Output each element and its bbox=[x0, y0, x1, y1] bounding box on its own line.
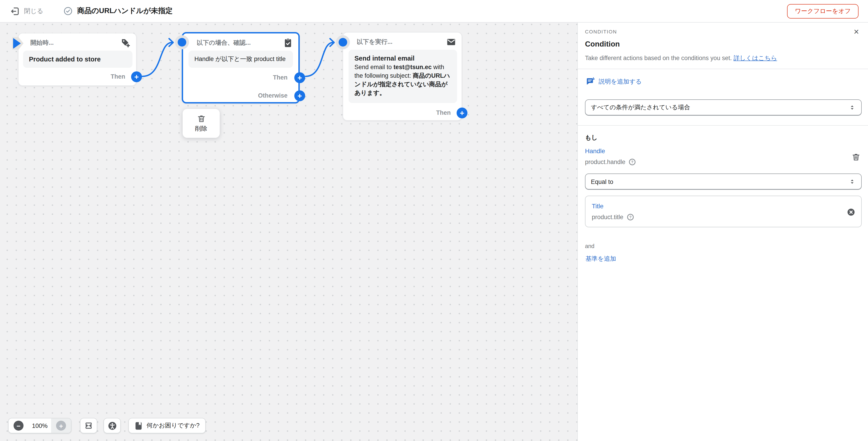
clear-value-icon[interactable] bbox=[847, 208, 855, 216]
close-label: 閉じる bbox=[24, 7, 43, 15]
value-field-path-row: product.title ? bbox=[592, 213, 634, 221]
condition-field-path: product.handle bbox=[585, 159, 625, 165]
select-caret-icon bbox=[848, 104, 856, 111]
exit-icon bbox=[10, 6, 20, 16]
add-description-link[interactable]: 説明を追加する bbox=[585, 77, 642, 86]
action-then-add-button[interactable]: + bbox=[457, 107, 467, 118]
zoom-control: − 100% + bbox=[8, 418, 71, 433]
add-criteria-link[interactable]: 基準を追加 bbox=[585, 255, 616, 263]
workflow-canvas[interactable]: 開始時... Product added to store Then + 以下の… bbox=[0, 23, 577, 441]
delete-menu-label: 削除 bbox=[195, 124, 207, 133]
zoom-in-button[interactable]: + bbox=[51, 418, 71, 433]
title-group: 商品のURLハンドルが未指定 bbox=[63, 6, 173, 16]
trigger-event-label: Product added to store bbox=[29, 56, 101, 63]
accessibility-icon bbox=[107, 421, 117, 430]
question-circle-icon[interactable]: ? bbox=[629, 158, 636, 166]
condition-otherwise-add-button[interactable]: + bbox=[294, 90, 305, 101]
trigger-then-label: Then bbox=[111, 73, 125, 80]
workflow-toggle-button[interactable]: ワークフローをオフ bbox=[787, 4, 859, 19]
accessibility-button[interactable] bbox=[103, 418, 121, 433]
help-button-label: 何かお困りですか? bbox=[147, 421, 199, 430]
value-field-path: product.title bbox=[592, 214, 623, 220]
tag-plus-icon bbox=[121, 38, 131, 48]
mail-icon bbox=[446, 37, 456, 47]
match-conditions-value: すべての条件が満たされている場合 bbox=[591, 103, 690, 112]
top-bar: 閉じる 商品のURLハンドルが未指定 ワークフローをオフ bbox=[0, 0, 868, 23]
action-description: Send email to test@tsun.ec with the foll… bbox=[354, 63, 451, 97]
action-body-box[interactable]: Send internal email Send email to test@t… bbox=[348, 50, 457, 103]
condition-then-add-button[interactable]: + bbox=[294, 72, 305, 83]
condition-body-box[interactable]: Handle が以下と一致 product title bbox=[188, 51, 293, 68]
fit-to-screen-button[interactable] bbox=[80, 418, 97, 433]
trigger-card-header: 開始時... bbox=[30, 39, 54, 47]
trigger-body-box[interactable]: Product added to store bbox=[23, 51, 132, 68]
zoom-level: 100% bbox=[29, 418, 51, 433]
clipboard-check-icon bbox=[283, 38, 293, 48]
action-then-label: Then bbox=[436, 109, 451, 116]
panel-close-button[interactable]: × bbox=[852, 25, 861, 38]
panel-title: Condition bbox=[585, 40, 620, 49]
value-field-link[interactable]: Title bbox=[592, 202, 603, 210]
help-guide-icon bbox=[135, 421, 143, 430]
panel-description: Take different actions based on the cond… bbox=[585, 54, 777, 62]
operator-value: Equal to bbox=[591, 178, 613, 185]
remove-condition-trash-icon[interactable] bbox=[852, 153, 860, 161]
trigger-card[interactable]: 開始時... Product added to store Then + bbox=[18, 33, 136, 86]
match-conditions-select[interactable]: すべての条件が満たされている場合 bbox=[585, 99, 862, 116]
condition-card[interactable]: 以下の場合、確認... Handle が以下と一致 product title … bbox=[182, 32, 300, 103]
check-circle-icon bbox=[63, 6, 72, 16]
condition-card-header: 以下の場合、確認... bbox=[197, 39, 251, 47]
svg-text:?: ? bbox=[629, 215, 631, 219]
panel-eyebrow: CONDITION bbox=[585, 29, 617, 34]
question-circle-icon[interactable]: ? bbox=[627, 213, 634, 221]
action-card[interactable]: 以下を実行... Send internal email Send email … bbox=[343, 32, 462, 121]
trigger-then-add-button[interactable]: + bbox=[131, 71, 142, 82]
zoom-out-button[interactable]: − bbox=[8, 418, 29, 433]
learn-more-link[interactable]: 詳しくはこちら bbox=[734, 55, 777, 61]
flow-editor: 閉じる 商品のURLハンドルが未指定 ワークフローをオフ 開始時... Prod… bbox=[0, 0, 868, 441]
page-title: 商品のURLハンドルが未指定 bbox=[77, 6, 173, 16]
and-label: and bbox=[585, 243, 594, 249]
condition-value-box[interactable]: Title product.title ? bbox=[585, 196, 862, 227]
select-caret-icon bbox=[848, 178, 856, 185]
condition-input-dot bbox=[178, 38, 186, 46]
condition-summary: Handle が以下と一致 product title bbox=[194, 55, 285, 63]
help-button[interactable]: 何かお困りですか? bbox=[128, 418, 206, 433]
condition-field-link[interactable]: Handle bbox=[585, 147, 605, 155]
delete-menu[interactable]: 削除 bbox=[183, 109, 220, 138]
action-email: test@tsun.ec bbox=[394, 64, 432, 70]
action-card-header: 以下を実行... bbox=[357, 38, 393, 46]
condition-otherwise-label: Otherwise bbox=[258, 92, 287, 99]
close-button[interactable]: 閉じる bbox=[10, 6, 43, 16]
plus-icon: + bbox=[56, 421, 66, 431]
if-label: もし bbox=[585, 134, 597, 142]
action-title: Send internal email bbox=[354, 55, 451, 62]
add-description-label: 説明を追加する bbox=[598, 77, 642, 86]
condition-panel: CONDITION × Condition Take different act… bbox=[577, 23, 868, 441]
minus-icon: − bbox=[13, 421, 24, 431]
action-input-dot bbox=[339, 38, 347, 46]
condition-field-path-row: product.handle ? bbox=[585, 158, 636, 166]
fit-to-screen-icon bbox=[84, 421, 93, 430]
svg-text:?: ? bbox=[631, 160, 633, 164]
condition-then-label: Then bbox=[273, 74, 288, 81]
operator-select[interactable]: Equal to bbox=[585, 174, 862, 190]
trash-icon bbox=[197, 114, 206, 123]
comment-edit-icon bbox=[585, 77, 595, 86]
divider bbox=[578, 69, 868, 69]
divider bbox=[578, 125, 868, 126]
